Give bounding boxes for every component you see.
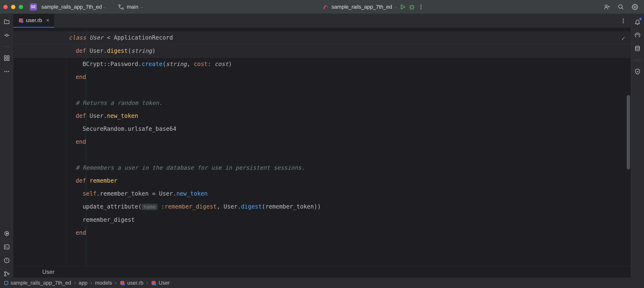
navbar-file[interactable]: user.rb xyxy=(120,280,144,286)
problems-tool-button[interactable] xyxy=(3,257,10,264)
svg-point-4 xyxy=(420,4,422,5)
navbar-app[interactable]: app xyxy=(78,280,88,286)
svg-marker-2 xyxy=(401,5,405,9)
svg-rect-13 xyxy=(4,58,6,60)
editor-gutter[interactable] xyxy=(14,28,66,266)
window-controls xyxy=(3,5,23,9)
code-line: update_attribute(name :remember_digest, … xyxy=(14,200,630,213)
more-tool-windows-button[interactable] xyxy=(3,68,10,75)
editor-tab-user-rb[interactable]: user.rb ✕ xyxy=(14,14,54,27)
services-tool-button[interactable] xyxy=(3,230,10,237)
chevron-right-icon: › xyxy=(146,280,148,286)
structure-tool-button[interactable] xyxy=(3,54,10,62)
module-icon xyxy=(4,281,8,285)
svg-point-22 xyxy=(4,272,6,273)
coverage-tool-button[interactable] xyxy=(634,68,641,75)
vcs-branch-selector[interactable]: main ⌵ xyxy=(118,3,143,10)
navbar-class[interactable]: User xyxy=(151,280,170,286)
main-area: user.rb ✕ ✓ class User < ApplicationReco… xyxy=(0,14,644,278)
database-tool-button[interactable] xyxy=(634,45,641,52)
svg-point-15 xyxy=(4,71,5,72)
code-with-me-button[interactable] xyxy=(604,3,610,10)
svg-point-29 xyxy=(623,22,624,23)
branch-icon xyxy=(118,3,124,10)
navbar-project[interactable]: sample_rails_app_7th_ed xyxy=(4,280,71,286)
svg-rect-14 xyxy=(7,58,9,60)
svg-point-6 xyxy=(420,8,422,9)
right-tool-bar xyxy=(630,14,644,278)
ruby-file-icon xyxy=(18,18,24,23)
code-line: self.remember_token = User.new_token xyxy=(14,187,630,200)
debug-button[interactable] xyxy=(408,3,415,10)
left-tool-bar xyxy=(0,14,14,278)
ai-assistant-button[interactable] xyxy=(634,32,641,39)
run-config-selector[interactable]: sample_rails_app_7th_ed ⌵ xyxy=(322,3,397,10)
more-run-options-button[interactable] xyxy=(418,3,424,10)
code-line: def remember xyxy=(14,174,630,187)
project-selector[interactable]: sample_rails_app_7th_ed ⌵ xyxy=(41,4,106,10)
run-button[interactable] xyxy=(400,3,406,10)
code-line: BCrypt::Password.create(string, cost: co… xyxy=(14,58,630,70)
code-line: end xyxy=(14,70,630,83)
svg-rect-26 xyxy=(21,21,23,23)
run-config-label: sample_rails_app_7th_ed xyxy=(332,4,392,10)
notifications-tool-button[interactable] xyxy=(634,18,641,25)
settings-button[interactable] xyxy=(632,3,638,10)
separator xyxy=(634,60,641,60)
editor-tab-bar: user.rb ✕ xyxy=(14,14,630,28)
code-line: def User.new_token xyxy=(14,109,630,122)
svg-point-5 xyxy=(420,6,422,7)
indent-guide xyxy=(86,28,86,266)
chevron-down-icon: ⌵ xyxy=(394,4,397,9)
svg-point-7 xyxy=(605,5,607,7)
svg-point-27 xyxy=(623,18,624,19)
svg-point-0 xyxy=(119,4,120,6)
code-line-blank xyxy=(14,148,630,161)
terminal-tool-button[interactable] xyxy=(3,243,10,251)
navbar-models[interactable]: models xyxy=(95,280,112,286)
search-everywhere-button[interactable] xyxy=(618,3,624,10)
project-badge[interactable]: SE xyxy=(30,3,37,10)
code-line: end xyxy=(14,226,630,239)
close-window-button[interactable] xyxy=(3,5,8,9)
sticky-line-def-digest: def User.digest(string) xyxy=(14,44,630,58)
svg-rect-32 xyxy=(122,283,125,285)
chevron-right-icon: › xyxy=(74,280,76,286)
version-control-tool-button[interactable] xyxy=(3,270,10,278)
minimize-window-button[interactable] xyxy=(11,5,16,9)
tab-actions xyxy=(620,17,630,24)
code-line: remember_digest xyxy=(14,213,630,226)
ruby-file-icon xyxy=(120,280,125,286)
branch-name-label: main xyxy=(127,4,138,10)
svg-rect-12 xyxy=(7,56,9,58)
code-editor-area[interactable]: ✓ class User < ApplicationRecord def Use… xyxy=(14,28,630,266)
close-tab-button[interactable]: ✕ xyxy=(46,18,50,23)
svg-point-28 xyxy=(623,20,624,21)
breadcrumb-bar-editor[interactable]: User xyxy=(14,266,630,278)
svg-point-3 xyxy=(410,5,413,9)
sticky-line-class: class User < ApplicationRecord xyxy=(14,31,630,44)
svg-point-17 xyxy=(8,71,9,72)
svg-marker-19 xyxy=(6,233,8,235)
rails-icon xyxy=(322,3,329,10)
code-line: # Returns a random token. xyxy=(14,96,630,109)
project-tool-button[interactable] xyxy=(3,18,10,25)
vertical-scrollbar[interactable] xyxy=(627,95,630,169)
chevron-right-icon: › xyxy=(90,280,92,286)
chevron-down-icon: ⌵ xyxy=(103,4,106,9)
commit-tool-button[interactable] xyxy=(3,32,10,39)
inlay-hint-name[interactable]: name xyxy=(142,204,158,210)
tab-more-button[interactable] xyxy=(620,17,627,24)
svg-point-16 xyxy=(6,71,7,72)
svg-point-30 xyxy=(635,46,640,48)
zoom-window-button[interactable] xyxy=(19,5,23,9)
svg-point-9 xyxy=(634,6,636,8)
title-bar: SE sample_rails_app_7th_ed ⌵ main ⌵ samp… xyxy=(0,0,644,14)
inspection-ok-icon[interactable]: ✓ xyxy=(622,32,625,45)
chevron-down-icon: ⌵ xyxy=(141,4,143,9)
code-line: SecureRandom.urlsafe_base64 xyxy=(14,122,630,135)
editor-breadcrumb-class[interactable]: User xyxy=(42,269,54,275)
code-lines: class User < ApplicationRecord def User.… xyxy=(14,28,630,239)
ruby-class-icon xyxy=(151,280,156,286)
svg-rect-20 xyxy=(4,245,9,249)
